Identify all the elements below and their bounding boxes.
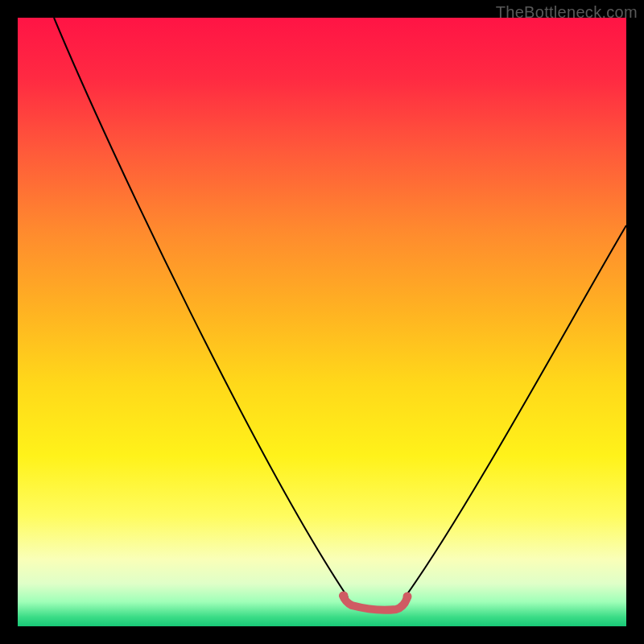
trough-endpoint-left [340,592,349,601]
watermark-text: TheBottleneck.com [496,3,638,22]
outer-frame: TheBottleneck.com [0,0,644,644]
bottleneck-curve [18,18,626,626]
curve-left-branch [54,18,348,597]
curve-flat-min [343,596,407,610]
chart-plot-area [18,18,626,626]
trough-endpoint-right [403,592,412,601]
curve-right-branch [405,225,626,597]
